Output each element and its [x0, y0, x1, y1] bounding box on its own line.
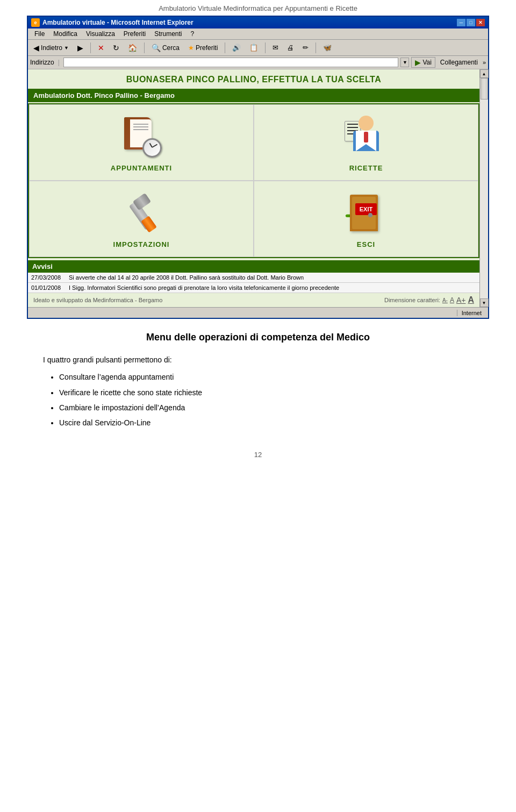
menu-file[interactable]: File — [30, 30, 49, 38]
refresh-button[interactable]: ↻ — [110, 42, 123, 54]
mail-button[interactable]: ✉ — [269, 42, 282, 53]
browser-window: e Ambulatorio virtuale - Microsoft Inter… — [27, 16, 489, 319]
msn-icon: 🦋 — [323, 44, 332, 52]
media-icon: 🔊 — [232, 44, 241, 52]
esci-cell[interactable]: ➜ EXIT ESCI — [254, 181, 478, 257]
title-bar-left: e Ambulatorio virtuale - Microsoft Inter… — [31, 18, 194, 27]
address-bar: Indirizzo | ▼ ▶ Vai Collegamenti » — [28, 56, 488, 69]
msn-button[interactable]: 🦋 — [320, 42, 335, 53]
web-area: BUONASERA PINCO PALLINO, EFFETTUA LA TUA… — [28, 69, 488, 307]
toolbar: ◀ Indietro ▼ ▶ ✕ ↻ 🏠 🔍 Cerca ★ Preferiti… — [28, 40, 488, 56]
font-size-xlarge[interactable]: A — [468, 295, 474, 305]
scroll-thumb[interactable] — [481, 78, 488, 99]
clinic-bar: Ambulatorio Dott. Pinco Pallino - Bergam… — [28, 89, 479, 102]
greeting-header: BUONASERA PINCO PALLINO, EFFETTUA LA TUA… — [28, 69, 479, 89]
favorites-button[interactable]: ★ Preferiti — [185, 42, 221, 53]
print-button[interactable]: 🖨 — [284, 42, 297, 53]
greeting-text: BUONASERA PINCO PALLINO, EFFETTUA LA TUA… — [126, 75, 381, 84]
clock-shape — [142, 138, 162, 158]
home-button[interactable]: 🏠 — [125, 42, 140, 54]
ricette-icon-container — [345, 116, 388, 159]
toolbar-separator-5 — [316, 42, 316, 53]
scroll-up-arrow[interactable]: ▲ — [480, 69, 489, 78]
page-number: 12 — [0, 445, 516, 464]
search-button[interactable]: 🔍 Cerca — [148, 42, 183, 54]
font-size-large[interactable]: A+ — [456, 296, 466, 304]
forward-button[interactable]: ▶ — [74, 42, 87, 54]
toolbar-separator-1 — [90, 42, 91, 53]
appuntamenti-icon — [121, 117, 162, 158]
address-input[interactable] — [63, 58, 399, 67]
avvisi-date-2: 01/01/2008 — [28, 283, 66, 293]
favorites-label: Preferiti — [196, 44, 218, 52]
appuntamenti-cell[interactable]: APPUNTAMENTI — [29, 104, 254, 181]
history-icon: 📋 — [249, 44, 258, 52]
edit-button[interactable]: ✏ — [299, 42, 312, 53]
back-button[interactable]: ◀ Indietro ▼ — [30, 42, 72, 54]
scroll-track[interactable] — [480, 78, 488, 298]
star-icon: ★ — [188, 44, 194, 52]
double-arrow-icon: » — [483, 59, 486, 66]
web-footer: Ideato e sviluppato da Medinformatica - … — [28, 293, 479, 307]
minimize-button[interactable]: ─ — [457, 19, 465, 26]
exit-sign: EXIT — [355, 203, 377, 215]
impostazioni-label: IMPOSTAZIONI — [113, 240, 170, 248]
back-dropdown-icon: ▼ — [64, 45, 69, 51]
avvisi-row-2: 01/01/2008 I Sigg. Informatori Scientifi… — [28, 283, 479, 293]
page-title: Ambulatorio Virtuale Medinformatica per … — [0, 0, 516, 16]
stop-icon: ✕ — [98, 44, 104, 52]
impostazioni-icon — [123, 196, 160, 231]
impostazioni-cell[interactable]: IMPOSTAZIONI — [29, 181, 254, 257]
content-item-2: Verificare le ricette che sono state ric… — [59, 387, 473, 398]
maximize-button[interactable]: □ — [467, 19, 475, 26]
mail-icon: ✉ — [273, 44, 278, 52]
ricette-cell[interactable]: RICETTE — [254, 104, 478, 181]
forward-icon: ▶ — [77, 44, 83, 52]
menu-visualizza[interactable]: Visualizza — [82, 30, 119, 38]
avvisi-text-1: Si avverte che dal 14 al 20 aprile 2008 … — [66, 273, 479, 283]
avvisi-table: 27/03/2008 Si avverte che dal 14 al 20 a… — [28, 273, 479, 293]
avvisi-title: Avvisi — [32, 262, 53, 270]
stop-button[interactable]: ✕ — [95, 42, 108, 54]
search-label: Cerca — [162, 44, 180, 52]
avvisi-text-2: I Sigg. Informatori Scientifici sono pre… — [66, 283, 479, 293]
toolbar-separator-3 — [225, 42, 225, 53]
media-button[interactable]: 🔊 — [229, 42, 244, 53]
title-bar: e Ambulatorio virtuale - Microsoft Inter… — [28, 17, 488, 29]
links-label[interactable]: Collegamenti — [440, 59, 478, 66]
menu-strumenti[interactable]: Strumenti — [150, 30, 186, 38]
font-size-small[interactable]: A- — [442, 297, 448, 303]
main-grid: APPUNTAMENTI — [28, 103, 479, 258]
font-size-normal[interactable]: A — [450, 296, 454, 304]
history-button[interactable]: 📋 — [246, 42, 261, 53]
content-item-1: Consultare l’agenda appuntamenti — [59, 371, 473, 383]
doctor-head — [359, 116, 374, 131]
avvisi-row-1: 27/03/2008 Si avverte che dal 14 al 20 a… — [28, 273, 479, 283]
door-inner: EXIT — [352, 197, 376, 229]
menu-modifica[interactable]: Modifica — [49, 30, 82, 38]
scrollbar[interactable]: ▲ ▼ — [479, 69, 488, 307]
avvisi-bar: Avvisi — [28, 260, 479, 273]
toolbar-separator-4 — [265, 42, 266, 53]
browser-icon: e — [31, 18, 40, 27]
vai-button[interactable]: ▶ Vai — [411, 57, 435, 68]
web-content: BUONASERA PINCO PALLINO, EFFETTUA LA TUA… — [28, 69, 479, 307]
door-knob — [368, 213, 372, 217]
menu-help[interactable]: ? — [187, 30, 199, 38]
content-area: Menu delle operazioni di competenza del … — [0, 319, 516, 445]
search-icon: 🔍 — [152, 44, 161, 52]
close-button[interactable]: ✕ — [476, 19, 485, 26]
back-icon: ◀ — [33, 44, 39, 52]
title-bar-controls[interactable]: ─ □ ✕ — [457, 19, 485, 26]
ricette-icon — [347, 116, 385, 159]
doctor-tie — [364, 132, 368, 143]
print-icon: 🖨 — [287, 44, 294, 52]
address-separator: | — [58, 59, 60, 66]
scroll-down-arrow[interactable]: ▼ — [480, 298, 489, 307]
font-size-label: Dimensione caratteri: — [384, 297, 440, 303]
menu-preferiti[interactable]: Preferiti — [119, 30, 150, 38]
content-list: Consultare l’agenda appuntamenti Verific… — [59, 371, 473, 429]
address-dropdown[interactable]: ▼ — [400, 58, 409, 67]
edit-icon: ✏ — [303, 44, 309, 52]
footer-credits: Ideato e sviluppato da Medinformatica - … — [33, 297, 162, 303]
